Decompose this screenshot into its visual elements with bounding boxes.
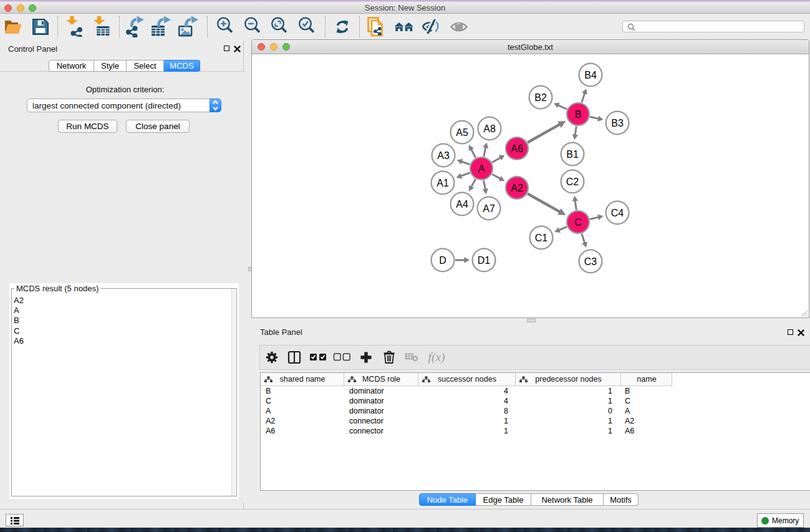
svg-text:A7: A7 xyxy=(483,203,495,214)
svg-text:C2: C2 xyxy=(566,177,579,187)
svg-text:B2: B2 xyxy=(534,92,547,103)
svg-text:A1: A1 xyxy=(436,178,449,188)
svg-text:D: D xyxy=(439,255,446,266)
svg-text:A6: A6 xyxy=(511,143,523,154)
svg-text:C: C xyxy=(574,217,582,228)
svg-text:f(x): f(x) xyxy=(428,351,445,364)
svg-text:B: B xyxy=(575,109,582,120)
svg-text:C3: C3 xyxy=(584,256,597,267)
svg-text:A: A xyxy=(478,163,485,174)
svg-text:B4: B4 xyxy=(584,70,597,80)
svg-text:B3: B3 xyxy=(611,118,624,128)
svg-text:C4: C4 xyxy=(611,208,624,218)
svg-text:A3: A3 xyxy=(437,150,450,161)
svg-text:B1: B1 xyxy=(566,149,579,160)
svg-text:C1: C1 xyxy=(535,233,548,243)
svg-text:A4: A4 xyxy=(456,199,468,210)
svg-text:A8: A8 xyxy=(483,123,496,134)
svg-text:A2: A2 xyxy=(511,183,523,193)
svg-text:A5: A5 xyxy=(456,127,468,138)
svg-text:D1: D1 xyxy=(478,255,491,266)
